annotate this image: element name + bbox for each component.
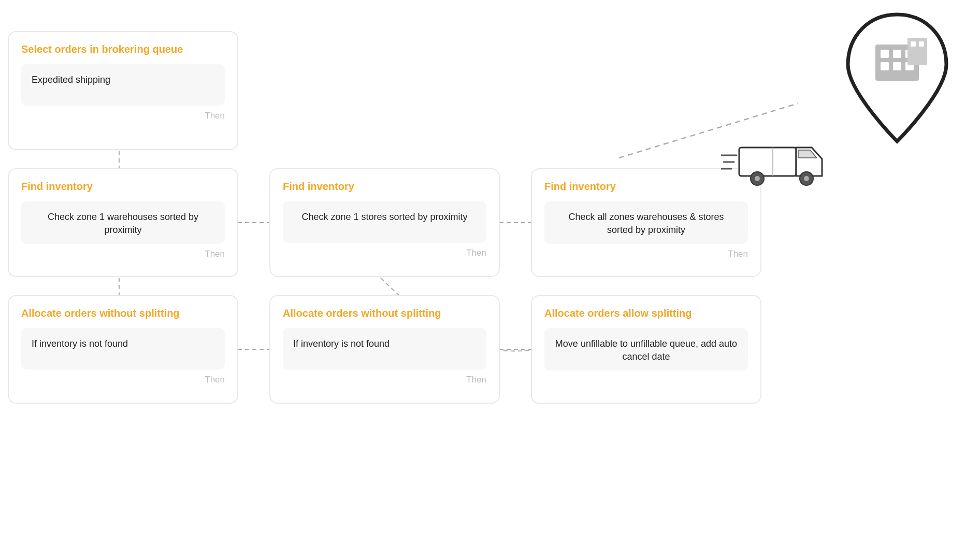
svg-point-22 bbox=[755, 176, 760, 181]
allocate-2-text: If inventory is not found bbox=[293, 337, 476, 350]
find-inventory-2-inner: Check zone 1 stores sorted by proximity bbox=[283, 201, 486, 243]
allocate-3-inner: Move unfillable to unfillable queue, add… bbox=[544, 328, 748, 371]
svg-rect-11 bbox=[881, 62, 889, 70]
allocate-3-title: Allocate orders allow splitting bbox=[544, 306, 748, 320]
allocate-1-title: Allocate orders without splitting bbox=[21, 306, 225, 320]
svg-rect-12 bbox=[893, 62, 901, 70]
find-inventory-1-inner: Check zone 1 warehouses sorted by proxim… bbox=[21, 201, 225, 244]
pin-svg bbox=[840, 9, 954, 149]
select-orders-then: Then bbox=[21, 111, 225, 121]
delivery-truck-icon bbox=[721, 132, 830, 189]
find-inventory-3-title: Find inventory bbox=[544, 180, 748, 193]
allocate-3-card: Allocate orders allow splitting Move unf… bbox=[531, 295, 761, 404]
find-inventory-1-card: Find inventory Check zone 1 warehouses s… bbox=[8, 168, 238, 277]
allocate-2-then: Then bbox=[283, 375, 486, 385]
find-inventory-1-text: Check zone 1 warehouses sorted by proxim… bbox=[32, 211, 214, 237]
svg-point-24 bbox=[804, 176, 809, 181]
allocate-2-inner: If inventory is not found bbox=[283, 328, 486, 370]
find-inventory-1-title: Find inventory bbox=[21, 180, 225, 193]
svg-rect-20 bbox=[739, 148, 796, 176]
allocate-1-then: Then bbox=[21, 375, 225, 385]
allocate-2-card: Allocate orders without splitting If inv… bbox=[269, 295, 500, 404]
select-orders-text: Expedited shipping bbox=[32, 73, 214, 86]
find-inventory-2-title: Find inventory bbox=[283, 180, 486, 193]
svg-rect-14 bbox=[907, 38, 927, 65]
find-inventory-3-inner: Check all zones warehouses & stores sort… bbox=[544, 201, 748, 244]
find-inventory-3-text: Check all zones warehouses & stores sort… bbox=[555, 211, 738, 237]
svg-rect-15 bbox=[911, 41, 916, 47]
find-inventory-2-then: Then bbox=[283, 248, 486, 258]
select-orders-inner: Expedited shipping bbox=[21, 64, 225, 106]
allocate-3-text: Move unfillable to unfillable queue, add… bbox=[555, 337, 738, 363]
allocate-2-title: Allocate orders without splitting bbox=[283, 306, 486, 320]
svg-rect-16 bbox=[919, 41, 924, 47]
find-inventory-2-card: Find inventory Check zone 1 stores sorte… bbox=[269, 168, 500, 277]
location-pin-icon bbox=[840, 9, 954, 149]
diagram-container: Select orders in brokering queue Expedit… bbox=[0, 0, 980, 545]
svg-rect-8 bbox=[881, 50, 889, 58]
allocate-1-card: Allocate orders without splitting If inv… bbox=[8, 295, 238, 404]
allocate-1-text: If inventory is not found bbox=[32, 337, 214, 350]
find-inventory-2-text: Check zone 1 stores sorted by proximity bbox=[293, 211, 476, 224]
find-inventory-1-then: Then bbox=[21, 249, 225, 259]
select-orders-title: Select orders in brokering queue bbox=[21, 42, 225, 56]
select-orders-card: Select orders in brokering queue Expedit… bbox=[8, 31, 238, 150]
truck-svg bbox=[721, 132, 830, 189]
allocate-1-inner: If inventory is not found bbox=[21, 328, 225, 370]
find-inventory-3-then: Then bbox=[544, 249, 748, 259]
svg-rect-9 bbox=[893, 50, 901, 58]
